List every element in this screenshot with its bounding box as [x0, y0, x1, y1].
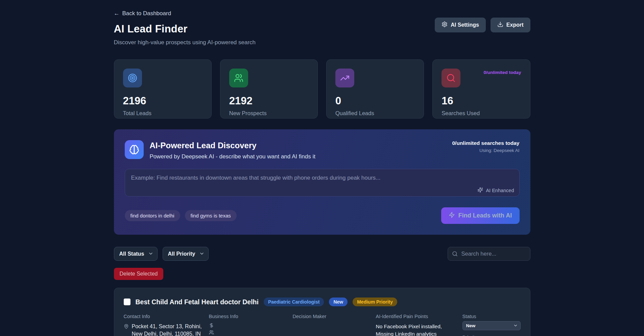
searches-usage-text: 0/unlimited searches today: [452, 140, 520, 146]
stat-value: 16: [442, 95, 521, 107]
lead-checkbox[interactable]: [124, 299, 130, 305]
map-pin-icon: [124, 324, 129, 329]
pain-points-column: AI-Identified Pain Points No Facebook Pi…: [376, 314, 458, 336]
target-icon: [123, 69, 142, 87]
page-container: ← Back to Dashboard AI Lead Finder Disco…: [114, 0, 530, 336]
status-filter-select[interactable]: All Status: [114, 247, 158, 261]
stats-row: 2196 Total Leads 2192 New Prospects 0 Qu…: [114, 59, 530, 119]
business-info-header: Business Info: [209, 314, 293, 319]
status-filter-wrap: All Status: [114, 247, 158, 261]
lead-status-badge: New: [329, 298, 348, 306]
prompt-area: AI Enhanced: [125, 169, 520, 198]
zap-icon: [449, 212, 455, 220]
suggestion-chip[interactable]: find gyms is texas: [185, 210, 237, 221]
priority-filter-wrap: All Priority: [163, 247, 209, 261]
stat-label: Total Leads: [123, 110, 202, 117]
discovery-title: AI-Powered Lead Discovery: [150, 141, 452, 150]
discovery-bottom: find dontors in delhi find gyms is texas…: [125, 207, 520, 224]
users-icon: [229, 69, 248, 87]
lead-name: Best Child And Fetal Heart doctor Delhi: [136, 298, 259, 306]
suggestion-chip[interactable]: find dontors in delhi: [125, 210, 180, 221]
lead-address: Pocket 41, Sector 13, Rohini, New Delhi,…: [132, 323, 209, 336]
discovery-subtitle: Powered by Deepseek AI - describe what y…: [150, 153, 452, 160]
ai-enhanced-label: AI Enhanced: [486, 188, 514, 193]
header-actions: AI Settings Export: [435, 18, 530, 32]
ai-prompt-input[interactable]: [125, 169, 520, 197]
download-icon: [497, 21, 503, 29]
search-wrap: [448, 247, 530, 261]
ai-engine-text: Using: Deepseek AI: [452, 148, 520, 153]
lead-revenue-row: [209, 323, 293, 328]
pain-points-header: AI-Identified Pain Points: [376, 314, 458, 319]
find-leads-button[interactable]: Find Leads with AI: [441, 207, 520, 224]
back-link-label: Back to Dashboard: [122, 10, 171, 17]
stat-card-qualified-leads: 0 Qualified Leads: [326, 59, 424, 119]
ai-settings-label: AI Settings: [451, 22, 479, 28]
lead-status-select[interactable]: New: [462, 321, 521, 330]
page-title: AI Lead Finder: [114, 23, 256, 35]
lead-details: Contact Info Pocket 41, Sector 13, Rohin…: [124, 314, 521, 336]
stat-value: 2192: [229, 95, 309, 107]
sparkles-icon: [477, 187, 483, 194]
decision-maker-column: Decision Maker: [293, 314, 376, 336]
export-label: Export: [506, 22, 524, 28]
header-left: ← Back to Dashboard AI Lead Finder Disco…: [114, 10, 256, 46]
stat-label: New Prospects: [229, 110, 309, 117]
export-button[interactable]: Export: [491, 18, 530, 32]
trending-up-icon: [335, 69, 354, 87]
search-icon: [442, 69, 460, 87]
stat-label: Searches Used: [442, 110, 521, 117]
searches-quota-badge: 0/unlimited today: [483, 70, 521, 75]
stat-card-new-prospects: 2192 New Prospects: [220, 59, 318, 119]
brain-icon: [125, 140, 144, 159]
discovery-titles: AI-Powered Lead Discovery Powered by Dee…: [150, 140, 452, 160]
back-to-dashboard-link[interactable]: ← Back to Dashboard: [114, 10, 256, 17]
arrow-left-icon: ←: [114, 10, 120, 17]
lead-category-badge: Paediatric Cardiologist: [264, 298, 324, 306]
lead-card: Best Child And Fetal Heart doctor Delhi …: [114, 288, 530, 336]
discovery-usage: 0/unlimited searches today Using: Deepse…: [452, 140, 520, 153]
stat-label: Qualified Leads: [335, 110, 415, 117]
lead-pain-points: No Facebook Pixel installed, Missing Lin…: [376, 323, 454, 336]
ai-enhanced-badge: AI Enhanced: [477, 187, 514, 194]
decision-maker-header: Decision Maker: [293, 314, 376, 319]
dollar-icon: [209, 323, 214, 328]
stat-value: 0: [335, 95, 415, 107]
business-info-column: Business Info 5 (2 reviews): [209, 314, 293, 336]
contact-info-column: Contact Info Pocket 41, Sector 13, Rohin…: [124, 314, 209, 336]
stat-value: 2196: [123, 95, 202, 107]
priority-label: Priority: [462, 335, 521, 336]
priority-filter-select[interactable]: All Priority: [163, 247, 209, 261]
lead-status-wrap: New: [462, 321, 521, 330]
delete-selected-button[interactable]: Delete Selected: [114, 268, 164, 280]
stat-card-searches-used: 0/unlimited today 16 Searches Used: [432, 59, 530, 119]
filters-row: All Status All Priority: [114, 247, 530, 261]
gear-icon: [442, 21, 448, 29]
search-icon: [452, 251, 458, 258]
search-input[interactable]: [448, 247, 530, 261]
topbar: ← Back to Dashboard AI Lead Finder Disco…: [114, 10, 530, 46]
contact-info-header: Contact Info: [124, 314, 209, 319]
suggestion-chips: find dontors in delhi find gyms is texas: [125, 210, 237, 221]
ai-settings-button[interactable]: AI Settings: [435, 18, 486, 32]
lead-address-row: Pocket 41, Sector 13, Rohini, New Delhi,…: [124, 323, 209, 336]
ai-discovery-panel: AI-Powered Lead Discovery Powered by Dee…: [114, 129, 530, 235]
lead-header: Best Child And Fetal Heart doctor Delhi …: [124, 298, 521, 306]
find-leads-label: Find Leads with AI: [458, 212, 512, 219]
discovery-header: AI-Powered Lead Discovery Powered by Dee…: [125, 140, 520, 160]
lead-priority-badge: Medium Priority: [353, 298, 397, 306]
stat-card-total-leads: 2196 Total Leads: [114, 59, 212, 119]
lead-actions-column: Status New Priority Medium Priority + Ad…: [462, 314, 521, 336]
lead-employees-row: [209, 330, 293, 335]
users-icon: [209, 330, 214, 335]
status-label: Status: [462, 314, 521, 319]
page-subtitle: Discover high-value prospects using AI-p…: [114, 39, 256, 46]
